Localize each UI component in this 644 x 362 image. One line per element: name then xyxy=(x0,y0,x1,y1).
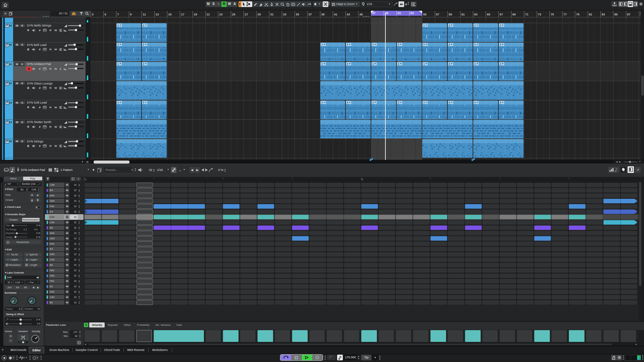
svg-text:1: 1 xyxy=(423,24,425,27)
svg-text:61: 61 xyxy=(462,13,465,16)
svg-text:57: 57 xyxy=(436,13,439,16)
svg-text:23: 23 xyxy=(219,13,223,16)
svg-text:2: 2 xyxy=(500,43,501,46)
svg-text:45: 45 xyxy=(360,13,363,16)
svg-text:2: 2 xyxy=(143,43,144,46)
svg-text:1: 1 xyxy=(423,43,425,46)
svg-text:75: 75 xyxy=(551,13,554,16)
svg-text:2: 2 xyxy=(398,43,399,46)
svg-text:43: 43 xyxy=(347,13,350,16)
svg-text:63: 63 xyxy=(474,13,478,16)
svg-text:1: 1 xyxy=(321,43,323,46)
svg-text:1: 1 xyxy=(423,101,425,104)
svg-text:15: 15 xyxy=(168,13,172,16)
svg-text:1: 1 xyxy=(474,101,476,104)
svg-text:39: 39 xyxy=(321,13,325,16)
svg-text:31: 31 xyxy=(270,13,274,16)
svg-text:2: 2 xyxy=(347,101,348,104)
svg-text:25: 25 xyxy=(232,13,235,16)
svg-text:71: 71 xyxy=(525,13,529,16)
svg-text:85: 85 xyxy=(614,13,618,16)
svg-text:2: 2 xyxy=(347,62,348,65)
svg-text:2: 2 xyxy=(398,101,399,104)
svg-text:1: 1 xyxy=(372,43,374,46)
svg-text:1: 1 xyxy=(321,101,323,104)
svg-text:1: 1 xyxy=(117,101,119,104)
svg-text:41: 41 xyxy=(334,13,337,16)
svg-text:67: 67 xyxy=(500,13,503,16)
svg-text:33: 33 xyxy=(283,13,286,16)
svg-text:1: 1 xyxy=(372,62,374,65)
svg-text:3: 3 xyxy=(92,13,94,16)
svg-text:2: 2 xyxy=(143,62,144,65)
svg-text:2: 2 xyxy=(143,101,144,104)
svg-text:19: 19 xyxy=(194,13,197,16)
svg-text:65: 65 xyxy=(487,13,490,16)
svg-text:1: 1 xyxy=(474,62,476,65)
svg-text:37: 37 xyxy=(309,13,312,16)
svg-text:17: 17 xyxy=(181,13,184,16)
svg-text:5: 5 xyxy=(105,13,106,16)
svg-text:9: 9 xyxy=(130,13,132,16)
svg-text:1: 1 xyxy=(117,24,119,27)
svg-text:83: 83 xyxy=(602,13,605,16)
svg-text:1: 1 xyxy=(474,43,476,46)
svg-text:1: 1 xyxy=(372,101,374,104)
svg-text:7: 7 xyxy=(117,13,119,16)
svg-text:2: 2 xyxy=(500,24,501,27)
svg-text:1: 1 xyxy=(474,24,476,27)
svg-text:2: 2 xyxy=(500,62,501,65)
svg-text:11: 11 xyxy=(143,13,146,16)
svg-text:35: 35 xyxy=(296,13,299,16)
svg-text:87: 87 xyxy=(627,13,631,16)
svg-text:2: 2 xyxy=(398,62,399,65)
svg-text:81: 81 xyxy=(589,13,592,16)
svg-text:29: 29 xyxy=(258,13,261,16)
svg-text:27: 27 xyxy=(245,13,248,16)
svg-text:55: 55 xyxy=(423,13,427,16)
svg-text:1: 1 xyxy=(423,62,425,65)
svg-text:1: 1 xyxy=(321,62,323,65)
svg-text:1: 1 xyxy=(117,62,119,65)
svg-text:77: 77 xyxy=(564,13,567,16)
svg-text:2: 2 xyxy=(449,62,450,65)
svg-text:79: 79 xyxy=(576,13,580,16)
svg-text:2: 2 xyxy=(449,101,450,104)
svg-text:13: 13 xyxy=(156,13,159,16)
svg-text:2: 2 xyxy=(500,101,501,104)
svg-text:2: 2 xyxy=(449,24,450,27)
svg-text:73: 73 xyxy=(538,13,541,16)
svg-text:1: 1 xyxy=(117,43,119,46)
svg-text:2: 2 xyxy=(449,43,450,46)
svg-text:21: 21 xyxy=(207,13,210,16)
svg-text:2: 2 xyxy=(347,43,348,46)
svg-text:69: 69 xyxy=(513,13,516,16)
svg-text:59: 59 xyxy=(449,13,452,16)
svg-text:2: 2 xyxy=(143,24,144,27)
